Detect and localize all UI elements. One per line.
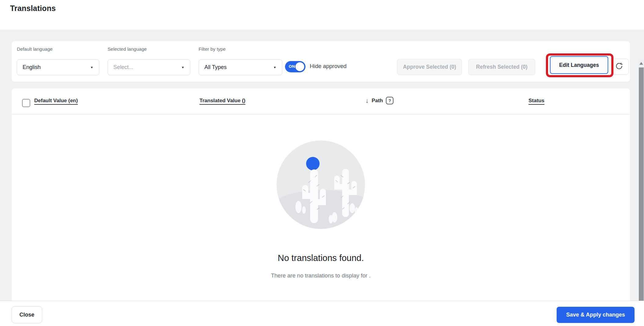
select-all-checkbox[interactable] bbox=[22, 99, 30, 107]
default-language-label: Default language bbox=[17, 46, 53, 52]
empty-state-illustration bbox=[276, 140, 365, 229]
column-path-group[interactable]: ↓ Path ? bbox=[365, 97, 393, 104]
filter-by-type-value: All Types bbox=[204, 64, 227, 71]
refresh-icon bbox=[615, 62, 623, 71]
default-language-select[interactable]: English ▼ bbox=[17, 59, 99, 75]
close-button[interactable]: Close bbox=[12, 306, 42, 323]
table-header-row: Default Value (en) Translated Value () ↓… bbox=[12, 88, 630, 114]
refresh-button[interactable] bbox=[609, 59, 629, 75]
selected-language-placeholder: Select... bbox=[113, 64, 133, 71]
column-path[interactable]: Path bbox=[372, 98, 383, 104]
sun-icon bbox=[306, 157, 320, 170]
default-language-value: English bbox=[23, 64, 41, 71]
translations-table: Default Value (en) Translated Value () ↓… bbox=[12, 88, 630, 326]
approve-selected-button[interactable]: Approve Selected (0) bbox=[397, 59, 462, 75]
panel-footer: Close Save & Apply changes bbox=[0, 301, 644, 326]
chevron-down-icon: ▼ bbox=[273, 66, 276, 69]
filter-bar: Default language English ▼ Selected lang… bbox=[12, 41, 630, 82]
chevron-down-icon: ▼ bbox=[181, 66, 185, 69]
filter-by-type-select[interactable]: All Types ▼ bbox=[199, 59, 282, 75]
vertical-scrollbar[interactable] bbox=[639, 59, 644, 326]
sort-descending-icon[interactable]: ↓ bbox=[365, 97, 369, 104]
empty-state-subtitle: There are no translations to display for… bbox=[12, 272, 630, 279]
empty-state-title: No translations found. bbox=[12, 253, 630, 263]
selected-language-select[interactable]: Select... ▼ bbox=[108, 59, 190, 75]
toggle-state-label: ON bbox=[289, 64, 295, 69]
scrollbar-up-icon[interactable] bbox=[639, 62, 643, 65]
filter-by-type-label: Filter by type bbox=[199, 46, 226, 52]
desert-illustration bbox=[276, 140, 365, 229]
refresh-selected-button[interactable]: Refresh Selected (0) bbox=[468, 59, 535, 75]
chevron-down-icon: ▼ bbox=[90, 66, 93, 69]
page-title: Translations bbox=[10, 4, 56, 13]
hide-approved-label: Hide approved bbox=[310, 63, 346, 70]
translations-panel: Translations Default language English ▼ … bbox=[0, 0, 644, 326]
main-content: Default language English ▼ Selected lang… bbox=[0, 30, 644, 301]
toggle-knob[interactable] bbox=[295, 62, 304, 71]
column-default-value[interactable]: Default Value (en) bbox=[34, 98, 78, 104]
selected-language-label: Selected language bbox=[108, 46, 147, 52]
save-apply-button[interactable]: Save & Apply changes bbox=[557, 307, 635, 323]
column-status[interactable]: Status bbox=[529, 98, 544, 104]
scrollbar-thumb[interactable] bbox=[639, 67, 644, 313]
panel-header: Translations bbox=[0, 0, 644, 30]
help-icon[interactable]: ? bbox=[386, 97, 393, 104]
edit-languages-button[interactable]: Edit Languages bbox=[550, 56, 608, 74]
column-translated-value[interactable]: Translated Value () bbox=[199, 98, 245, 104]
hide-approved-toggle[interactable]: ON bbox=[285, 61, 306, 72]
